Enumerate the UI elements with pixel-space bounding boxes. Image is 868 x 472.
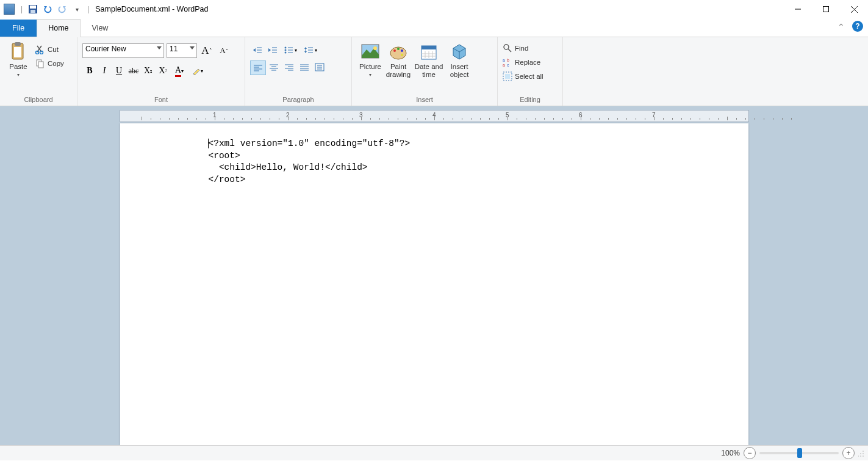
qat-customize-icon[interactable]: ▾ — [70, 2, 84, 16]
svg-rect-1 — [30, 5, 36, 9]
svg-point-55 — [401, 49, 403, 52]
zoom-in-button[interactable]: + — [842, 447, 855, 459]
italic-button[interactable]: I — [97, 64, 112, 78]
view-tab[interactable]: View — [81, 19, 120, 37]
zoom-out-button[interactable]: − — [744, 447, 756, 459]
svg-text:a: a — [503, 63, 505, 67]
svg-text:b: b — [507, 58, 509, 62]
select-all-button[interactable]: Select all — [503, 70, 543, 82]
close-button[interactable] — [840, 0, 868, 18]
document-line: <child>Hello, World!</child> — [209, 162, 368, 172]
highlight-button[interactable]: ▾ — [188, 64, 207, 78]
svg-point-11 — [40, 51, 43, 54]
file-tab[interactable]: File — [0, 20, 37, 37]
svg-rect-58 — [421, 46, 436, 49]
find-label: Find — [515, 45, 528, 52]
line-spacing-button[interactable]: ▾ — [301, 43, 320, 57]
document-line: </root> — [209, 175, 246, 184]
svg-point-53 — [393, 49, 396, 52]
replace-button[interactable]: abac Replace — [503, 56, 543, 68]
date-time-button[interactable]: Date and time — [413, 40, 445, 78]
minimize-button[interactable] — [784, 0, 812, 18]
svg-point-56 — [401, 54, 403, 56]
redo-icon[interactable] — [56, 2, 69, 16]
document-workspace: 1234567 <?xml version="1.0" encoding="ut… — [0, 106, 868, 445]
zoom-slider[interactable] — [759, 452, 839, 454]
paragraph-group: ▾ ▾ Paragraph — [245, 37, 352, 106]
paragraph-dialog-button[interactable] — [312, 60, 327, 74]
picture-button[interactable]: Picture ▾ — [357, 40, 384, 78]
svg-rect-9 — [14, 47, 21, 57]
find-button[interactable]: Find — [503, 42, 543, 54]
maximize-button[interactable] — [812, 0, 840, 18]
paragraph-group-label: Paragraph — [250, 96, 346, 104]
grow-font-button[interactable]: A˄ — [199, 44, 214, 57]
copy-label: Copy — [48, 60, 64, 67]
copy-button[interactable]: Copy — [35, 57, 64, 70]
svg-point-73 — [860, 456, 861, 457]
decrease-indent-button[interactable] — [250, 43, 265, 57]
svg-point-21 — [285, 49, 287, 51]
underline-button[interactable]: U — [112, 64, 126, 78]
svg-point-22 — [285, 52, 287, 54]
title-bar: | ▾ | SampleDocument.xml - WordPad — [0, 0, 868, 18]
tab-row: File Home View ⌃ ? — [0, 18, 868, 37]
insert-group: Picture ▾ Paint drawing Date and time In… — [352, 37, 498, 106]
paint-drawing-button[interactable]: Paint drawing — [385, 40, 412, 78]
superscript-button[interactable]: X² — [156, 64, 170, 78]
chevron-down-icon[interactable]: ▾ — [369, 72, 371, 78]
window-title: SampleDocument.xml - WordPad — [95, 5, 208, 13]
undo-icon[interactable] — [41, 2, 54, 16]
status-bar: 100% − + — [0, 445, 868, 460]
ribbon: Paste ▾ Cut Copy Clipboard Courier New 1… — [0, 37, 868, 106]
justify-button[interactable] — [297, 60, 312, 74]
home-tab[interactable]: Home — [37, 19, 80, 37]
date-label: Date and time — [415, 63, 443, 78]
bold-button[interactable]: B — [82, 64, 97, 78]
paste-dropdown-icon[interactable]: ▾ — [17, 72, 20, 78]
document-page[interactable]: <?xml version="1.0" encoding="utf-8"?> <… — [120, 123, 748, 445]
svg-rect-8 — [15, 42, 21, 46]
cut-button[interactable]: Cut — [35, 43, 64, 56]
svg-rect-71 — [505, 74, 510, 79]
increase-indent-button[interactable] — [265, 43, 280, 57]
shrink-font-button[interactable]: A˅ — [217, 44, 231, 57]
align-left-button[interactable] — [250, 60, 266, 75]
svg-point-75 — [863, 451, 864, 452]
document-line: <root> — [209, 151, 240, 161]
app-icon — [4, 4, 15, 15]
font-size-select[interactable]: 11 — [167, 43, 197, 58]
zoom-level: 100% — [721, 449, 740, 457]
resize-grip-icon[interactable] — [858, 449, 864, 457]
chevron-down-icon — [157, 46, 162, 49]
paste-button[interactable]: Paste ▾ — [5, 40, 32, 78]
svg-rect-2 — [30, 10, 35, 13]
ruler[interactable]: 1234567 — [120, 110, 749, 122]
svg-line-65 — [508, 49, 511, 52]
bullets-button[interactable]: ▾ — [281, 43, 300, 57]
save-icon[interactable] — [26, 2, 40, 16]
qat-separator-2: | — [87, 5, 89, 13]
strikethrough-button[interactable]: abc — [126, 64, 141, 78]
svg-rect-4 — [823, 7, 829, 12]
align-right-button[interactable] — [282, 60, 296, 74]
svg-text:c: c — [507, 63, 509, 67]
align-center-button[interactable] — [267, 60, 281, 74]
help-icon[interactable]: ? — [852, 21, 863, 32]
clipboard-group-label: Clipboard — [5, 96, 72, 104]
insert-object-button[interactable]: Insert object — [446, 40, 473, 78]
qat-separator: | — [21, 5, 23, 13]
document-line: <?xml version="1.0" encoding="utf-8"?> — [208, 139, 411, 148]
editing-group: Find abac Replace Select all Editing — [498, 37, 563, 106]
zoom-thumb[interactable] — [797, 448, 802, 458]
cut-label: Cut — [48, 46, 59, 53]
paint-label: Paint drawing — [386, 63, 411, 78]
object-label: Insert object — [450, 63, 469, 78]
font-name-select[interactable]: Courier New — [82, 43, 164, 58]
chevron-down-icon — [190, 46, 195, 49]
font-color-button[interactable]: A ▾ — [170, 64, 188, 78]
svg-text:a: a — [503, 58, 505, 62]
svg-point-64 — [504, 45, 509, 49]
subscript-button[interactable]: X₂ — [141, 64, 156, 78]
collapse-ribbon-icon[interactable]: ⌃ — [838, 22, 845, 32]
